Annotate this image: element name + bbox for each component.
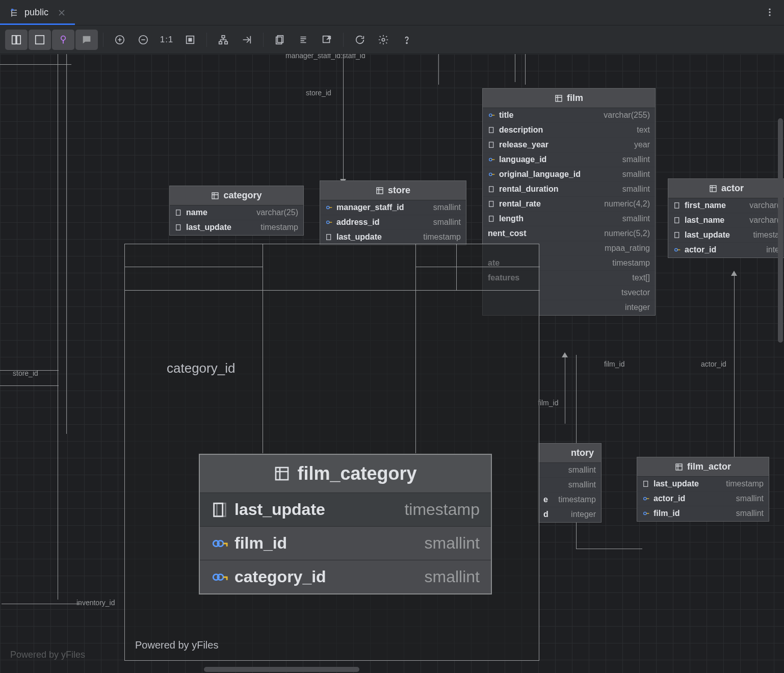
svg-rect-4 bbox=[17, 35, 20, 44]
comment-mode-button[interactable] bbox=[75, 30, 98, 50]
svg-point-42 bbox=[644, 497, 646, 500]
entity-title: ntory bbox=[571, 448, 594, 458]
svg-rect-29 bbox=[489, 142, 493, 148]
edge-label: store_id bbox=[13, 369, 38, 377]
svg-rect-40 bbox=[676, 464, 682, 470]
edge-label: inventory_id bbox=[76, 599, 115, 607]
layout-mode-2-button[interactable] bbox=[29, 30, 51, 50]
svg-point-6 bbox=[61, 36, 65, 40]
svg-point-0 bbox=[769, 9, 770, 10]
svg-rect-37 bbox=[675, 218, 679, 223]
paste-button[interactable] bbox=[292, 30, 315, 50]
minimap-credit: Powered by yFiles bbox=[135, 639, 218, 651]
svg-rect-25 bbox=[327, 235, 331, 240]
fit-content-button[interactable] bbox=[179, 30, 201, 50]
svg-rect-5 bbox=[36, 35, 44, 44]
zoom-out-button[interactable] bbox=[132, 30, 154, 50]
export-button[interactable] bbox=[316, 30, 338, 50]
svg-rect-34 bbox=[489, 216, 493, 222]
watermark: Powered by yFiles bbox=[10, 650, 85, 660]
copy-button[interactable] bbox=[269, 30, 291, 50]
entity-title: actor bbox=[721, 183, 744, 194]
toolbar: 1:1 bbox=[0, 25, 784, 54]
edge-label: actor_id bbox=[701, 360, 726, 368]
entity-inventory[interactable]: ntory smallint smallint etimestamp dinte… bbox=[538, 443, 602, 523]
minimap-viewport[interactable]: category_id Powered by yFiles bbox=[124, 244, 539, 661]
svg-rect-26 bbox=[556, 95, 562, 101]
zoom-reset-button[interactable]: 1:1 bbox=[155, 30, 178, 50]
settings-button[interactable] bbox=[372, 30, 395, 50]
svg-rect-41 bbox=[644, 481, 648, 487]
entity-title: store bbox=[388, 185, 410, 196]
svg-rect-10 bbox=[189, 38, 192, 41]
edge-label: film_id bbox=[538, 399, 558, 407]
svg-rect-35 bbox=[710, 186, 716, 192]
svg-rect-13 bbox=[225, 41, 228, 44]
close-icon[interactable] bbox=[58, 9, 66, 17]
svg-rect-3 bbox=[12, 35, 16, 44]
layout-mode-1-button[interactable] bbox=[5, 30, 28, 50]
svg-rect-22 bbox=[377, 188, 383, 194]
entity-film-actor[interactable]: film_actor last_updatetimestamp actor_id… bbox=[637, 457, 769, 522]
zoom-in-button[interactable] bbox=[109, 30, 131, 50]
edge-label: film_id bbox=[604, 360, 624, 368]
entity-category[interactable]: category namevarchar(25) last_updatetime… bbox=[169, 186, 304, 236]
svg-rect-36 bbox=[675, 203, 679, 209]
entity-title: film_actor bbox=[687, 461, 731, 472]
svg-rect-44 bbox=[276, 468, 288, 480]
layout-tree-button[interactable] bbox=[212, 30, 234, 50]
layout-route-button[interactable] bbox=[236, 30, 258, 50]
schema-icon bbox=[9, 8, 19, 18]
minimap-label: category_id bbox=[167, 360, 235, 376]
svg-rect-12 bbox=[219, 41, 222, 44]
svg-rect-38 bbox=[675, 232, 679, 238]
entity-actor[interactable]: actor first_namevarchar( last_namevarcha… bbox=[668, 178, 784, 258]
svg-rect-32 bbox=[489, 187, 493, 192]
svg-point-30 bbox=[489, 158, 492, 161]
svg-rect-19 bbox=[212, 193, 218, 199]
key-mode-button[interactable] bbox=[52, 30, 74, 50]
svg-point-17 bbox=[382, 38, 385, 41]
svg-point-24 bbox=[327, 221, 329, 223]
diagram-canvas[interactable]: manager_staff_id:staff_id store_id store… bbox=[0, 54, 784, 673]
edge-label: store_id bbox=[306, 89, 331, 97]
svg-rect-33 bbox=[489, 201, 493, 207]
svg-point-23 bbox=[327, 206, 329, 209]
svg-point-31 bbox=[489, 173, 492, 175]
svg-rect-21 bbox=[176, 225, 180, 230]
tab-label: public bbox=[24, 7, 48, 18]
svg-point-18 bbox=[406, 42, 407, 43]
svg-rect-45 bbox=[214, 503, 223, 516]
tab-bar: public bbox=[0, 0, 784, 25]
svg-rect-28 bbox=[489, 127, 493, 133]
entity-title: film bbox=[567, 93, 583, 103]
refresh-button[interactable] bbox=[349, 30, 371, 50]
help-button[interactable] bbox=[396, 30, 418, 50]
svg-point-27 bbox=[489, 114, 492, 116]
vertical-scrollbar[interactable] bbox=[778, 62, 783, 665]
entity-title: film_category bbox=[297, 463, 416, 484]
svg-point-43 bbox=[644, 512, 646, 514]
svg-rect-20 bbox=[176, 210, 180, 216]
tab-public[interactable]: public bbox=[0, 0, 75, 25]
svg-point-2 bbox=[769, 14, 770, 16]
entity-title: category bbox=[223, 190, 262, 201]
svg-point-39 bbox=[675, 248, 677, 251]
entity-film-category[interactable]: film_category last_update timestamp film… bbox=[199, 454, 492, 594]
edge-label: manager_staff_id:staff_id bbox=[285, 54, 365, 60]
svg-rect-11 bbox=[222, 35, 225, 38]
entity-store[interactable]: store manager_staff_idsmallint address_i… bbox=[320, 180, 466, 245]
tab-overflow-button[interactable] bbox=[764, 6, 776, 18]
svg-rect-46 bbox=[217, 503, 225, 516]
horizontal-scrollbar[interactable] bbox=[0, 667, 784, 672]
svg-point-1 bbox=[769, 11, 770, 13]
